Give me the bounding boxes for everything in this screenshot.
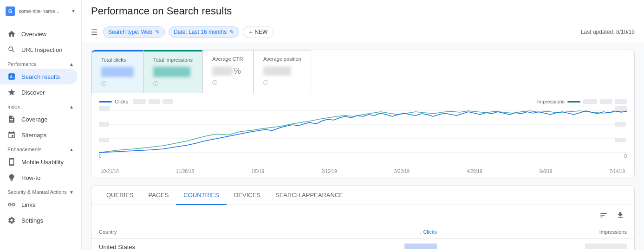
chart-legend-row: Clicks Impressions <box>99 99 627 104</box>
last-updated-text: Last updated: 8/10/19 <box>581 29 635 35</box>
sidebar-item-url-inspection[interactable]: URL Inspection <box>0 42 78 58</box>
right-val-1 <box>583 99 597 104</box>
chart-svg-container: 0 0 <box>99 106 627 168</box>
metric-label-impressions: Total impressions <box>153 57 193 63</box>
site-name: some-site-name... <box>19 8 59 14</box>
x-label-1: 11/28/18 <box>176 169 194 174</box>
sidebar-item-links[interactable]: Links <box>0 197 78 212</box>
col-header-clicks[interactable]: ↓ Clicks <box>286 225 444 239</box>
new-button-label: NEW <box>254 29 267 35</box>
x-label-7: 7/14/19 <box>610 169 625 174</box>
metrics-chart-panel: Total clicks ⓘ Total impressions ⓘ A <box>91 50 635 178</box>
search-type-label: Search type: Web <box>108 29 152 35</box>
tab-search-appearance[interactable]: SEARCH APPEARANCE <box>268 186 351 205</box>
x-label-5: 4/29/19 <box>467 169 482 174</box>
filter-icon[interactable]: ☰ <box>91 28 98 37</box>
x-label-4: 3/22/19 <box>394 169 410 174</box>
section-label-enhancements: Enhancements <box>7 147 41 152</box>
sidebar-item-settings[interactable]: Settings <box>0 212 78 228</box>
metric-card-position[interactable]: Average position ⓘ <box>254 50 311 93</box>
nav-section-index[interactable]: Index ▲ <box>0 102 81 111</box>
countries-table: Country ↓ Clicks Impressions United Stat… <box>91 225 634 250</box>
chart-area: Clicks Impressions <box>91 93 634 178</box>
tab-search-appearance-label: SEARCH APPEARANCE <box>275 192 343 199</box>
new-button[interactable]: + NEW <box>243 26 273 38</box>
sidebar-label-settings: Settings <box>21 217 43 224</box>
tab-countries-label: COUNTRIES <box>183 192 219 199</box>
sidebar-item-sitemaps[interactable]: Sitemaps <box>0 127 78 143</box>
tab-queries[interactable]: QUERIES <box>99 186 141 205</box>
edit-icon-date-range: ✎ <box>229 29 234 35</box>
impressions-bar-0 <box>444 239 634 250</box>
col-header-impressions[interactable]: Impressions <box>444 225 634 239</box>
metric-value-position <box>263 64 301 77</box>
metric-label-clicks: Total clicks <box>101 57 134 63</box>
y-axis-right: 0 <box>615 106 627 159</box>
table-toolbar <box>91 205 634 225</box>
search-icon <box>7 45 16 54</box>
filter-rows-button[interactable] <box>597 209 610 222</box>
tab-devices[interactable]: DEVICES <box>227 186 268 205</box>
sidebar-item-search-results[interactable]: Search results <box>0 69 78 84</box>
section-label-security: Security & Manual Actions <box>7 189 67 195</box>
nav-section-security[interactable]: Security & Manual Actions ▼ <box>0 187 81 197</box>
sidebar-label-coverage: Coverage <box>21 116 47 123</box>
nav-section-enhancements[interactable]: Enhancements ▲ <box>0 145 81 154</box>
clicks-legend-line <box>99 101 112 103</box>
left-val-1 <box>133 99 146 104</box>
y-label-right-zero: 0 <box>615 154 627 159</box>
toolbar: ☰ Search type: Web ✎ Date: Last 16 month… <box>82 22 644 42</box>
table-body: United States India <box>91 239 634 250</box>
sidebar-label-search-results: Search results <box>21 73 60 80</box>
chart-icon <box>7 72 16 81</box>
page-title: Performance on Search results <box>91 5 232 17</box>
metric-help-ctr: ⓘ <box>212 79 244 86</box>
metric-label-ctr: Average CTR <box>212 56 244 62</box>
tab-devices-label: DEVICES <box>234 192 260 199</box>
download-button[interactable] <box>614 209 627 222</box>
y-label-left-mid1 <box>99 122 109 127</box>
chart-right-label: Impressions <box>537 99 565 104</box>
y-axis-left: 0 <box>99 106 110 159</box>
y-label-right-mid1 <box>615 122 626 127</box>
metric-card-ctr[interactable]: Average CTR % ⓘ <box>202 50 254 93</box>
link-icon <box>7 200 16 209</box>
star-icon <box>7 88 16 96</box>
section-chevron-security: ▼ <box>69 190 74 195</box>
table-row: United States <box>91 239 634 250</box>
x-label-2: 1/5/19 <box>251 169 264 174</box>
site-logo: G <box>6 6 15 16</box>
sidebar-item-discover[interactable]: Discover <box>0 84 78 100</box>
sidebar-item-overview[interactable]: Overview <box>0 26 78 42</box>
metrics-row: Total clicks ⓘ Total impressions ⓘ A <box>91 50 634 93</box>
tab-countries[interactable]: COUNTRIES <box>176 186 227 205</box>
y-label-right-top <box>615 106 627 111</box>
search-type-chip[interactable]: Search type: Web ✎ <box>103 26 165 38</box>
metric-card-clicks[interactable]: Total clicks ⓘ <box>91 50 143 93</box>
sidebar-item-coverage[interactable]: Coverage <box>0 111 78 127</box>
clicks-placeholder-0 <box>404 244 437 249</box>
metric-value-clicks <box>101 65 134 78</box>
sidebar-chevron-icon[interactable]: ▼ <box>71 8 76 13</box>
sidebar-nav: Overview URL Inspection Performance ▲ Se… <box>0 22 81 232</box>
sidebar-item-how-to[interactable]: How-to <box>0 170 78 186</box>
tabs-bar: QUERIES PAGES COUNTRIES DEVICES SEARCH A… <box>91 186 634 205</box>
section-label-index: Index <box>7 104 20 109</box>
chart-left-label: Clicks <box>115 99 128 104</box>
tab-pages[interactable]: PAGES <box>141 186 176 205</box>
y-label-left-zero: 0 <box>99 154 110 159</box>
col-header-country: Country <box>91 225 286 239</box>
table-header-row: Country ↓ Clicks Impressions <box>91 225 634 239</box>
date-range-chip[interactable]: Date: Last 16 months ✎ <box>169 26 239 38</box>
right-val-2 <box>600 99 612 104</box>
metric-label-position: Average position <box>263 56 301 62</box>
sidebar-header[interactable]: G some-site-name... ▼ <box>0 0 81 22</box>
content-area: Total clicks ⓘ Total impressions ⓘ A <box>82 42 644 250</box>
sidebar: G some-site-name... ▼ Overview URL Inspe… <box>0 0 82 250</box>
tabs-section: QUERIES PAGES COUNTRIES DEVICES SEARCH A… <box>91 186 635 250</box>
nav-section-performance[interactable]: Performance ▲ <box>0 59 81 69</box>
metric-card-impressions[interactable]: Total impressions ⓘ <box>143 50 202 93</box>
plus-icon: + <box>249 28 253 36</box>
sidebar-item-mobile-usability[interactable]: Mobile Usability <box>0 154 78 170</box>
metric-value-impressions <box>153 65 193 78</box>
